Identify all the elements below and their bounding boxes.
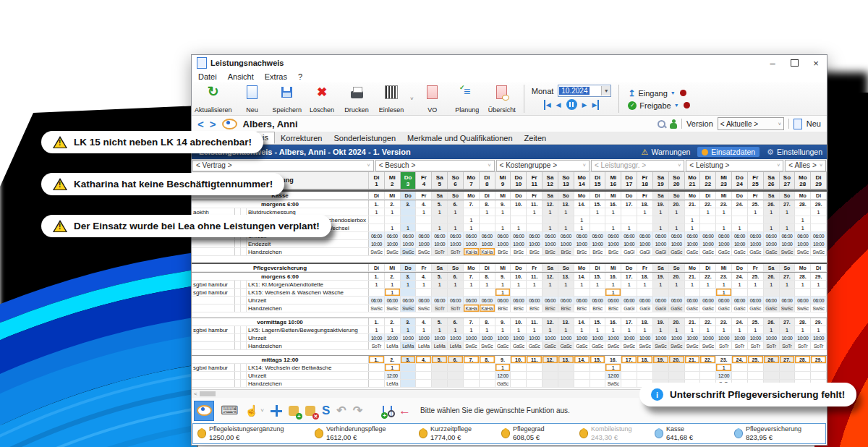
grid-cell[interactable]: 12:00 [495,372,511,379]
grid-cell[interactable]: 10:00 [432,334,448,341]
grid-cell[interactable]: 10:00 [605,240,621,247]
grid-cell[interactable]: 1 [795,216,811,224]
grid-cell[interactable] [480,224,495,231]
grid-cell[interactable] [511,364,527,371]
grid-cell[interactable]: SoTr [780,342,796,349]
month-dropdown-icon[interactable]: ▼ [601,86,610,95]
grid-cell[interactable] [480,216,495,224]
grid-cell[interactable]: GaGl [621,305,637,312]
grid-cell[interactable]: 10:00 [590,334,606,341]
grid-cell[interactable]: 06:00 [511,297,527,304]
grid-cell[interactable]: 1 [590,326,606,333]
grid-cell[interactable]: 10:00 [480,334,495,341]
grid-cell[interactable]: 10:00 [385,240,401,247]
grid-cell[interactable] [448,216,464,224]
grid-cell[interactable] [432,289,448,296]
grid-cell[interactable]: 1 [480,326,495,333]
grid-cell[interactable]: 10:00 [416,240,432,247]
grid-cell[interactable]: BrSc [605,305,621,312]
grid-cell[interactable]: 1 [605,364,621,371]
grid-cell[interactable]: 1 [495,224,511,231]
grid-cell[interactable]: 10:00 [511,240,527,247]
grid-cell[interactable]: 1 [464,281,480,288]
grid-cell[interactable]: LeMa [448,342,464,349]
grid-cell[interactable]: 1 [385,326,401,333]
day-header-cell[interactable]: Fr4 [416,172,432,189]
grid-cell[interactable] [448,372,464,379]
grid-cell[interactable]: SwSc [416,305,432,312]
grid-cell[interactable]: 10:00 [653,240,669,247]
grid-cell[interactable] [653,372,669,379]
grid-cell[interactable]: 06:00 [811,297,827,304]
grid-cell[interactable] [574,364,590,371]
day-header-cell[interactable]: Sa19 [653,172,669,189]
grid-cell[interactable]: BrSc [590,248,606,255]
filter-select-5[interactable]: < Alles >˅ [785,160,826,171]
grid-cell[interactable] [700,289,716,296]
grid-cell[interactable] [590,372,606,379]
grid-cell[interactable] [480,289,495,296]
grid-cell[interactable]: 1 [621,224,637,231]
grid-cell[interactable]: 1 [385,208,401,216]
preview-document-button[interactable] [391,406,392,415]
grid-cell[interactable]: 1 [685,224,701,231]
grid-cell[interactable] [795,289,811,296]
grid-cell[interactable]: 1 [542,281,558,288]
grid-cell[interactable]: 1 [748,281,764,288]
grid-cell[interactable]: GaSc [669,248,685,255]
freigabe-row[interactable]: ✓ Freigabe ▼ [628,101,689,110]
grid-cell[interactable] [401,289,417,296]
grid-cell[interactable]: 06:00 [716,297,732,304]
tab-sonderleistungen[interactable]: Sonderleistungen [328,133,401,144]
grid-cell[interactable]: GaSc [732,248,748,255]
grid-cell[interactable] [416,372,432,379]
grid-cell[interactable] [448,380,464,387]
grid-cell[interactable]: 1 [811,326,827,333]
grid-cell[interactable] [448,364,464,371]
grid-cell[interactable]: SwSc [653,342,669,349]
keyboard-entry-button[interactable]: ⌨ [221,403,239,418]
grid-cell[interactable]: 1 [464,224,480,231]
grid-cell[interactable]: 06:00 [795,232,811,239]
grid-cell[interactable]: BrSc [495,248,511,255]
day-header-cell[interactable]: Mi23 [716,172,732,189]
grid-cell[interactable]: SwSc [605,342,621,349]
grid-cell[interactable]: SwSc [385,305,401,312]
grid-cell[interactable] [527,364,542,371]
grid-cell[interactable]: 1 [558,208,574,216]
grid-cell[interactable]: 1 [795,326,811,333]
warnungen-button[interactable]: ⚠ Warnungen [642,148,691,157]
grid-cell[interactable] [669,289,685,296]
grid-cell[interactable]: 1 [574,224,590,231]
grid-cell[interactable]: GaSc [542,342,558,349]
grid-cell[interactable]: 1 [685,216,701,224]
close-button[interactable]: × [805,55,827,71]
grid-cell[interactable]: 10:00 [448,334,464,341]
grid-cell[interactable]: 10:00 [732,240,748,247]
grid-cell[interactable] [401,208,417,216]
grid-cell[interactable]: 06:00 [542,297,558,304]
grid-cell[interactable]: 1 [669,281,685,288]
grid-cell[interactable]: 1 [621,281,637,288]
grid-cell[interactable]: SwSc [795,248,811,255]
grid-cell[interactable]: 1 [653,224,669,231]
grid-cell[interactable] [527,224,542,231]
grid-cell[interactable]: 1 [780,326,796,333]
grid-cell[interactable]: 10:00 [416,334,432,341]
day-header-cell[interactable]: Di15 [590,172,606,189]
grid-cell[interactable] [464,289,480,296]
grid-cell[interactable]: 1 [527,281,542,288]
toolbar-button-drucken[interactable]: Drucken [339,82,374,115]
first-month-button[interactable]: ◀ [544,100,551,110]
grid-cell[interactable]: SwSc [637,342,653,349]
search-icon[interactable] [658,120,665,128]
grid-cell[interactable]: 06:00 [558,297,574,304]
grid-cell[interactable]: 12:00 [385,372,401,379]
grid-cell[interactable]: 10:00 [685,334,701,341]
pause-button[interactable] [566,99,577,110]
grid-cell[interactable]: SoTr [432,248,448,255]
scrollbar-thumb[interactable] [200,391,216,396]
filter-select-0[interactable]: < Vertrag >˅ [192,160,374,171]
grid-cell[interactable]: 10:00 [527,240,542,247]
grid-cell[interactable]: 1 [511,224,527,231]
